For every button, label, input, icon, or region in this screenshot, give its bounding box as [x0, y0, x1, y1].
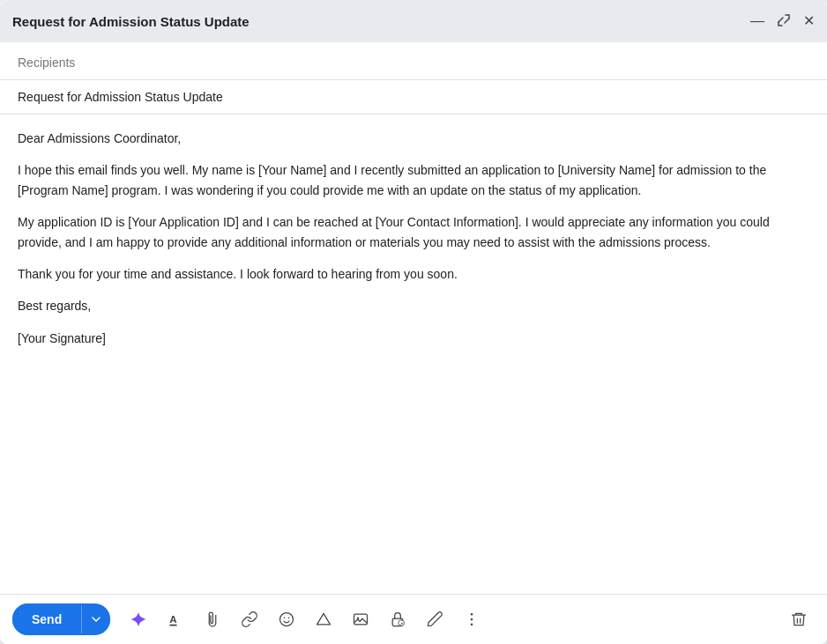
minimize-button[interactable]: — — [750, 14, 764, 28]
svg-point-12 — [471, 624, 473, 626]
svg-rect-5 — [354, 614, 368, 625]
svg-text:A: A — [170, 613, 178, 625]
svg-point-11 — [471, 618, 473, 621]
trash-icon[interactable] — [783, 603, 815, 635]
subject-row — [0, 80, 827, 115]
compose-window: Request for Admission Status Update — ✕ … — [0, 0, 827, 644]
signature-icon[interactable] — [419, 603, 451, 635]
recipients-input[interactable] — [18, 56, 809, 70]
emoji-icon[interactable] — [271, 603, 302, 635]
ai-icon[interactable] — [123, 603, 154, 635]
body-area[interactable]: Dear Admissions Coordinator,I hope this … — [0, 115, 827, 594]
link-icon[interactable] — [234, 603, 265, 635]
svg-point-2 — [280, 613, 294, 626]
send-dropdown-button[interactable] — [81, 605, 110, 633]
subject-input[interactable] — [18, 90, 809, 104]
drive-icon[interactable] — [308, 603, 339, 635]
title-bar-controls: — ✕ — [750, 13, 815, 30]
image-icon[interactable] — [345, 603, 376, 635]
send-button-group: Send — [12, 603, 110, 635]
attachment-icon[interactable] — [197, 603, 228, 635]
svg-point-3 — [284, 618, 286, 619]
svg-rect-1 — [170, 625, 177, 626]
window-title: Request for Admission Status Update — [12, 14, 250, 29]
lock-icon[interactable]: ↗ — [382, 603, 414, 635]
more-options-icon[interactable] — [456, 603, 488, 635]
close-button[interactable]: ✕ — [803, 14, 815, 28]
send-button[interactable]: Send — [12, 603, 81, 635]
body-text[interactable]: Dear Admissions Coordinator,I hope this … — [18, 129, 809, 348]
formatting-icon[interactable]: A — [160, 603, 191, 635]
title-bar: Request for Admission Status Update — ✕ — [0, 0, 827, 42]
svg-point-4 — [288, 618, 290, 619]
recipients-row — [0, 42, 827, 80]
svg-point-10 — [471, 613, 473, 616]
toolbar: Send A — [0, 594, 827, 644]
maximize-button[interactable] — [777, 13, 791, 30]
svg-text:↗: ↗ — [399, 621, 403, 626]
